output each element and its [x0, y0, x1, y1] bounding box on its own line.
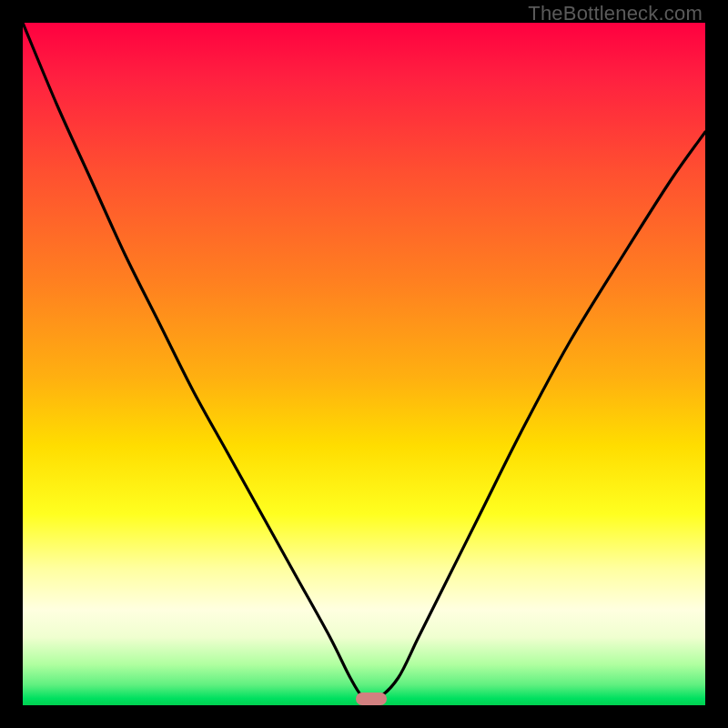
chart-container: TheBottleneck.com [0, 0, 728, 728]
curve-layer [23, 23, 705, 705]
bottleneck-curve [23, 23, 705, 701]
optimal-point-marker [356, 693, 387, 705]
